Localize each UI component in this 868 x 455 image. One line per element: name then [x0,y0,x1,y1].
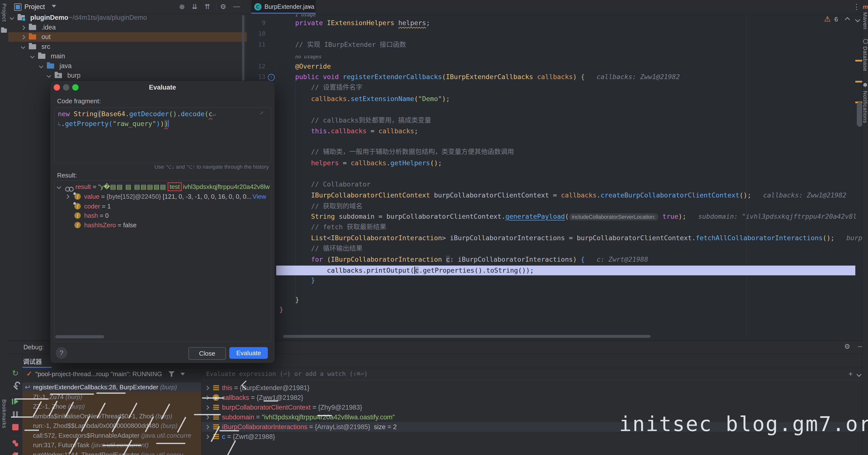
result-tree[interactable]: result = "y�▤▤ ▤ ▤▤▤▤▤testivhl3pdsxkqjft… [54,180,271,342]
tree-chevron-icon[interactable] [21,35,25,39]
tree-chevron-icon[interactable] [46,73,51,78]
tree-item-idea[interactable]: .idea [8,23,247,32]
tool-strip-bookmarks-tab[interactable]: Bookmarks [1,399,7,428]
stack-frame-row[interactable]: ↩registerExtenderCallbacks:28, BurpExten… [23,383,201,392]
evaluate-expression-bar[interactable]: Evaluate expression (⏎) or add a watch (… [202,368,862,380]
tree-chevron-icon[interactable] [21,25,25,30]
variable-row[interactable]: this = {BurpExtender@21981} [202,383,862,393]
editor-vertical-scrollbar[interactable] [857,102,862,127]
tree-chevron-icon[interactable] [205,405,209,410]
tree-chevron-icon[interactable] [205,415,209,419]
tree-chevron-icon[interactable] [205,425,209,429]
stack-frame-row[interactable]: ZZ:-1, Zhoe (burp) [23,402,201,411]
code-line: } [279,305,283,314]
tree-item-pluginDemo[interactable]: pluginDemo ~/d4m1ts/java/pluginDemo [8,13,247,23]
code-token: // 循环输出结果 [311,245,363,252]
tool-strip-project-tab[interactable]: Project [1,3,7,22]
settings-gear-icon[interactable]: ⚙ [220,0,226,14]
stack-frame-row[interactable]: runWorker:1144, ThreadPoolExecutor (java… [23,450,201,455]
scribble [194,414,221,415]
code-token: = [91,183,98,190]
tree-item-java[interactable]: java [8,61,247,71]
tab-debugger[interactable]: 调试器 [23,357,42,366]
tree-chevron-icon[interactable] [57,185,61,189]
view-breakpoints-icon[interactable] [11,439,19,448]
tree-item-src[interactable]: src [8,42,247,52]
code-token: } [279,306,283,313]
result-tree-row[interactable]: fhash = 0 [54,211,271,220]
tree-chevron-icon[interactable] [205,386,209,390]
next-warning-icon[interactable] [855,17,860,22]
mute-breakpoints-icon[interactable] [12,452,18,455]
inspections-widget[interactable]: ⚠ 6 [824,14,862,24]
debug-settings-wrench-icon[interactable] [11,382,19,390]
rerun-icon[interactable]: ↻ [11,369,19,377]
editor-horizontal-scrollbar[interactable] [283,335,651,338]
expand-all-icon[interactable]: ⇊ [192,0,197,14]
thread-selector[interactable]: ✓ "pool-project-thread...roup "main": RU… [23,368,201,380]
stop-icon[interactable] [12,424,19,430]
code-token: ; [426,19,430,27]
thread-dropdown-arrow-icon[interactable] [181,373,185,375]
tree-item-main[interactable]: main [8,52,247,61]
debug-hide-icon[interactable]: — [858,340,862,353]
more-options-icon[interactable]: ⋮ [853,2,860,11]
code-token: List [311,234,327,242]
code-token: burpColl [835,234,862,242]
tree-chevron-icon[interactable] [21,44,25,49]
tree-chevron-icon[interactable] [39,64,43,68]
error-stripe-mark[interactable] [855,81,862,83]
line-number: 10 [249,29,266,38]
override-icon[interactable]: ↑ [268,74,275,81]
code-fragment-editor[interactable]: new String(Base64.getDecoder().decode(c↵… [54,108,271,163]
scribble [156,443,185,444]
chevron-down-icon[interactable] [857,372,861,377]
code-line: // 循环输出结果 [311,244,363,253]
view-value-link[interactable]: View [252,192,266,201]
debug-settings-gear-icon[interactable]: ⚙ [844,340,850,354]
result-tree-row[interactable]: fhashIsZero = false [54,220,271,230]
collapse-all-icon[interactable]: ⇈ [205,0,210,14]
help-button[interactable]: ? [56,347,67,359]
add-watch-plus-icon[interactable]: + [848,368,853,380]
code-token: subdomain [222,414,254,421]
code-line: } [295,295,299,305]
error-stripe-mark[interactable] [855,60,862,62]
filter-funnel-icon[interactable] [168,371,175,377]
code-token: = [565,234,577,242]
result-tree-row[interactable]: fcoder = 1 [54,202,271,211]
close-button[interactable]: Close [188,347,226,360]
tree-chevron-icon[interactable] [9,16,14,20]
tab-burpextender-java[interactable]: C BurpExtender.java × [251,0,316,14]
hide-panel-icon[interactable]: — [233,0,240,13]
warning-icon: ⚠ [824,15,831,23]
scribble [14,398,49,400]
variable-row[interactable]: burpCollaboratorClientContext = {Zhy9@21… [202,402,862,412]
evaluate-button[interactable]: Evaluate [229,347,268,359]
tree-chevron-icon[interactable] [205,434,209,439]
result-tree-row[interactable]: result = "y�▤▤ ▤ ▤▤▤▤▤testivhl3pdsxkqjft… [54,182,271,191]
expand-editor-icon[interactable]: ↕ [260,109,267,116]
tab-close-icon[interactable]: × [308,3,312,10]
code-area[interactable]: 1 usageprivate IExtensionHelpers helpers… [279,0,862,340]
locate-file-icon[interactable]: ⊕ [179,0,185,14]
tool-strip-database-tab[interactable]: Database [862,47,868,71]
tree-chevron-icon[interactable] [30,54,34,58]
code-token: } [311,276,315,284]
tree-item-out[interactable]: out [8,32,247,42]
result-horizontal-scrollbar[interactable] [55,335,104,338]
stack-frame-row[interactable]: run:-1, Zhod$$Lambda/0x0000000800dd480 (… [23,421,201,431]
frame-package: (burp) [160,384,177,391]
tool-strip-notifications-tab[interactable]: Notifications [862,91,868,123]
tool-strip-maven-tab[interactable]: Maven [862,12,868,30]
tree-chevron-icon[interactable] [65,194,69,199]
dropdown-arrow-icon[interactable] [52,5,56,7]
left-tool-strip: Project Bookmarks [0,0,8,455]
result-tree-row[interactable]: fvalue = {byte[152]@22450} [121, 0, -3, … [54,192,271,201]
tree-item-burp[interactable]: burp [8,71,247,80]
prev-warning-icon[interactable] [845,17,850,22]
project-view-selector[interactable]: Project [24,3,45,11]
variable-row[interactable]: pcallbacks = {Zww1@21982} [202,393,862,402]
editor-panel[interactable]: 1 usageprivate IExtensionHelpers helpers… [247,0,862,340]
stack-frame-row[interactable]: call:572, Executors$RunnableAdapter (jav… [23,431,201,441]
